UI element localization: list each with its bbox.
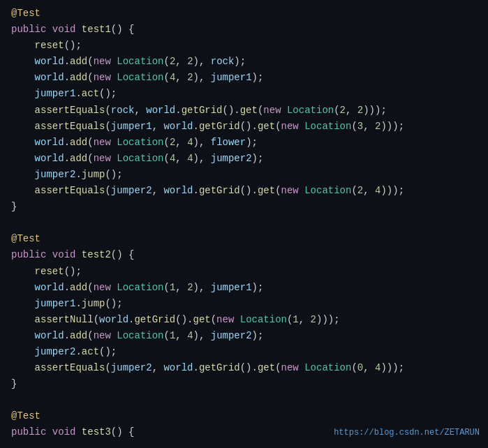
method-act-2: act xyxy=(82,346,99,357)
var-jumper1-2: jumper1 xyxy=(35,88,76,99)
code-line-13: } xyxy=(0,199,488,215)
code-line-3: reset(); xyxy=(0,38,488,54)
code-line-22: jumper2.act(); xyxy=(0,344,488,360)
annotation-test-2: @Test xyxy=(11,233,40,244)
code-line-23: assertEquals(jumper2, world.getGrid().ge… xyxy=(0,360,488,376)
code-line-8: assertEquals(jumper1, world.getGrid().ge… xyxy=(0,119,488,135)
code-line-10: world.add(new Location(4, 4), jumper2); xyxy=(0,151,488,167)
code-line-16: public void test2() { xyxy=(0,247,488,263)
method-assertequals-3: assertEquals xyxy=(35,185,105,196)
method-add-3: add xyxy=(70,137,87,148)
method-assertnull: assertNull xyxy=(35,314,94,325)
method-assertequals-1: assertEquals xyxy=(35,105,105,116)
code-line-24: } xyxy=(0,376,488,392)
class-location-1: Location xyxy=(117,56,163,67)
code-line-17: reset(); xyxy=(0,264,488,280)
method-reset-1: reset xyxy=(35,40,64,51)
code-line-19: jumper1.jump(); xyxy=(0,296,488,312)
code-line-4: world.add(new Location(2, 2), rock); xyxy=(0,54,488,70)
keyword-public: public xyxy=(11,24,46,35)
code-line-12: assertEquals(jumper2, world.getGrid().ge… xyxy=(0,183,488,199)
code-line-15: @Test xyxy=(0,231,488,247)
var-jumper2-1: jumper2 xyxy=(211,153,252,164)
code-line-26: @Test xyxy=(0,408,488,424)
var-world-3: world xyxy=(35,137,64,148)
var-rock-1: rock xyxy=(211,56,235,67)
code-editor: @Test public void test1() { reset(); wor… xyxy=(0,0,488,448)
code-plain: (); xyxy=(64,40,82,51)
var-jumper1-1: jumper1 xyxy=(211,72,252,83)
var-world-2: world xyxy=(35,72,64,83)
code-line-21: world.add(new Location(1, 4), jumper2); xyxy=(0,328,488,344)
method-jump-1: jump xyxy=(82,169,105,180)
annotation-test-1: @Test xyxy=(11,8,40,19)
method-add-5: add xyxy=(70,282,87,293)
watermark: https://blog.csdn.net/ZETARUN xyxy=(334,426,480,440)
keyword-void: void xyxy=(52,24,76,35)
method-act-1: act xyxy=(82,88,99,99)
code-line-14 xyxy=(0,215,488,231)
method-test2: test2 xyxy=(82,249,111,260)
method-add-1: add xyxy=(70,56,87,67)
method-add-4: add xyxy=(70,153,87,164)
var-flower: flower xyxy=(211,137,246,148)
code-line-20: assertNull(world.getGrid().get(new Locat… xyxy=(0,312,488,328)
code-line-5: world.add(new Location(4, 2), jumper1); xyxy=(0,70,488,86)
code-plain: () { xyxy=(111,24,135,35)
code-line-9: world.add(new Location(2, 4), flower); xyxy=(0,135,488,151)
code-line-11: jumper2.jump(); xyxy=(0,167,488,183)
method-assertequals-2: assertEquals xyxy=(35,121,105,132)
code-line-2: public void test1() { xyxy=(0,22,488,38)
code-line-25 xyxy=(0,392,488,408)
var-world-4: world xyxy=(35,153,64,164)
code-line-6: jumper1.act(); xyxy=(0,86,488,102)
method-reset-2: reset xyxy=(35,266,64,277)
closing-brace-2: } xyxy=(11,378,17,389)
closing-brace-1: } xyxy=(11,201,17,212)
method-jump-2: jump xyxy=(82,298,105,309)
var-jumper2-2: jumper2 xyxy=(35,169,76,180)
annotation-test-3: @Test xyxy=(11,410,40,421)
method-add-6: add xyxy=(70,330,87,341)
code-line-1: @Test xyxy=(0,6,488,22)
code-line-18: world.add(new Location(1, 2), jumper1); xyxy=(0,280,488,296)
method-assertequals-4: assertEquals xyxy=(35,362,105,373)
method-add-2: add xyxy=(70,72,87,83)
method-test1: test1 xyxy=(82,24,111,35)
var-world-1: world xyxy=(35,56,64,67)
method-test3: test3 xyxy=(82,426,111,438)
code-line-7: assertEquals(rock, world.getGrid().get(n… xyxy=(0,103,488,119)
